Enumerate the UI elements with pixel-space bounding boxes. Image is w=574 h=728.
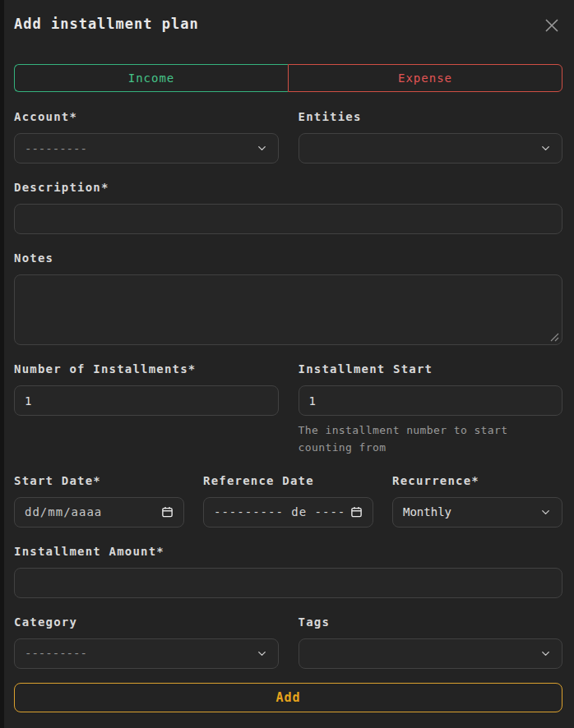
resize-handle-icon[interactable] bbox=[550, 333, 559, 342]
notes-row: Notes bbox=[14, 251, 562, 345]
start-date-field: Start Date* dd/mm/aaaa bbox=[14, 474, 184, 528]
number-of-installments-label: Number of Installments* bbox=[14, 362, 279, 376]
installment-start-label: Installment Start bbox=[299, 362, 563, 376]
account-select-value: --------- bbox=[25, 142, 87, 155]
chevron-down-icon bbox=[539, 647, 552, 660]
chevron-down-icon bbox=[539, 506, 552, 518]
add-installment-plan-modal: Add installment plan Income Expense Acco… bbox=[0, 0, 574, 728]
reference-date-label: Reference Date bbox=[203, 474, 373, 487]
start-date-input[interactable]: dd/mm/aaaa bbox=[14, 497, 184, 528]
chevron-down-icon bbox=[256, 142, 268, 154]
installment-start-field: Installment Start 1 The installment numb… bbox=[299, 362, 563, 457]
number-of-installments-input[interactable]: 1 bbox=[14, 385, 279, 416]
description-input[interactable] bbox=[14, 204, 562, 234]
description-row: Description* bbox=[14, 181, 562, 234]
chevron-down-icon bbox=[256, 647, 268, 660]
recurrence-field: Recurrence* Monthly bbox=[392, 474, 562, 528]
recurrence-label: Recurrence* bbox=[392, 474, 562, 487]
start-date-placeholder: dd/mm/aaaa bbox=[25, 505, 102, 518]
account-field: Account* --------- bbox=[14, 110, 279, 164]
modal-title: Add installment plan bbox=[14, 13, 199, 35]
account-label: Account* bbox=[14, 110, 279, 123]
start-date-label: Start Date* bbox=[14, 474, 184, 487]
income-tab[interactable]: Income bbox=[14, 64, 288, 92]
modal-header: Add installment plan bbox=[14, 13, 562, 36]
chevron-down-icon bbox=[539, 142, 552, 154]
entities-select[interactable] bbox=[299, 133, 563, 164]
entities-field: Entities bbox=[299, 110, 563, 164]
category-select[interactable]: --------- bbox=[14, 638, 279, 669]
reference-date-placeholder: --------- de ---- bbox=[214, 505, 345, 518]
installment-start-input[interactable]: 1 bbox=[299, 385, 563, 416]
transaction-type-toggle: Income Expense bbox=[14, 64, 562, 92]
installment-start-value: 1 bbox=[309, 394, 316, 408]
category-label: Category bbox=[14, 615, 279, 629]
reference-date-field: Reference Date --------- de ---- bbox=[203, 474, 373, 528]
add-button[interactable]: Add bbox=[14, 683, 562, 712]
category-select-value: --------- bbox=[25, 647, 87, 660]
calendar-icon[interactable] bbox=[161, 505, 174, 518]
number-of-installments-value: 1 bbox=[25, 394, 31, 408]
background-page-edge bbox=[0, 0, 4, 728]
number-of-installments-field: Number of Installments* 1 bbox=[14, 362, 279, 457]
tags-label: Tags bbox=[299, 615, 563, 629]
installment-amount-label: Installment Amount* bbox=[14, 545, 562, 558]
reference-date-input[interactable]: --------- de ---- bbox=[203, 497, 373, 528]
installment-amount-input[interactable] bbox=[14, 568, 562, 598]
installment-start-help-text: The installment number to start counting… bbox=[299, 422, 563, 457]
tags-field: Tags bbox=[299, 615, 563, 669]
account-select[interactable]: --------- bbox=[14, 133, 279, 164]
notes-label: Notes bbox=[14, 251, 562, 265]
entities-label: Entities bbox=[299, 110, 563, 123]
close-icon bbox=[543, 16, 561, 35]
recurrence-select-value: Monthly bbox=[403, 505, 451, 518]
close-button[interactable] bbox=[541, 15, 562, 36]
category-tags-row: Category --------- Tags bbox=[14, 615, 562, 669]
category-field: Category --------- bbox=[14, 615, 279, 669]
expense-tab[interactable]: Expense bbox=[288, 64, 562, 92]
account-entities-row: Account* --------- Entities bbox=[14, 110, 562, 164]
notes-textarea[interactable] bbox=[14, 274, 562, 345]
description-label: Description* bbox=[14, 181, 562, 194]
calendar-icon[interactable] bbox=[350, 505, 363, 518]
installments-row: Number of Installments* 1 Installment St… bbox=[14, 362, 562, 457]
tags-select[interactable] bbox=[299, 638, 563, 669]
recurrence-select[interactable]: Monthly bbox=[392, 497, 562, 528]
installment-amount-row: Installment Amount* bbox=[14, 545, 562, 598]
dates-recurrence-row: Start Date* dd/mm/aaaa Reference Date --… bbox=[14, 474, 562, 528]
